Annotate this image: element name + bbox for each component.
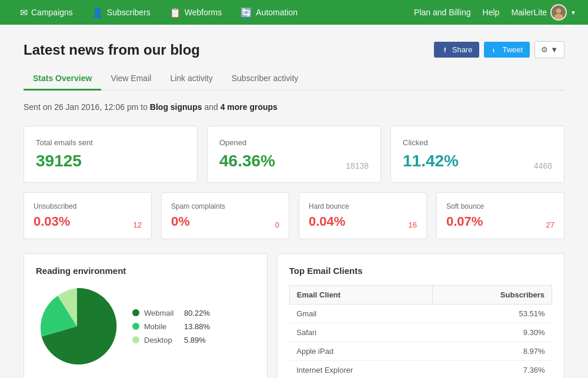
client-subscribers: 7.36% bbox=[433, 361, 552, 379]
client-name: Internet Explorer bbox=[289, 361, 432, 379]
nav-webforms[interactable]: 📋 Webforms bbox=[161, 0, 230, 25]
avatar-img bbox=[552, 4, 566, 21]
nav-left: ✉ Campaigns 👤 Subscribers 📋 Webforms 🔄 A… bbox=[12, 0, 414, 25]
help-link[interactable]: Help bbox=[483, 8, 500, 17]
stat-total-sent: Total emails sent 39125 bbox=[24, 126, 198, 183]
tabs: Stats Overview View Email Link activity … bbox=[24, 68, 564, 91]
tab-stats-overview[interactable]: Stats Overview bbox=[24, 68, 101, 91]
stat-soft-bounce: Soft bounce 0.07% 27 bbox=[436, 192, 564, 239]
table-row: Safari 9.30% bbox=[289, 323, 552, 342]
page-title: Latest news from our blog bbox=[24, 42, 200, 58]
tab-link-activity[interactable]: Link activity bbox=[161, 68, 222, 91]
stat-count-clicked: 4468 bbox=[534, 161, 552, 170]
stat-value-unsub: 0.03% bbox=[34, 214, 70, 229]
clients-table: Email Client Subscribers Gmail 53.51% Sa… bbox=[289, 285, 552, 378]
pie-chart bbox=[36, 285, 118, 367]
stat-clicked: Clicked 11.42% 4468 bbox=[390, 126, 564, 183]
pie-section: Webmail 80.22% Mobile 13.88% Desktop 5.8… bbox=[36, 285, 255, 367]
stat-spam: Spam complaints 0% 0 bbox=[161, 192, 289, 239]
stat-count-opened: 18138 bbox=[346, 161, 369, 170]
stat-value-total: 39125 bbox=[36, 152, 82, 170]
automation-icon: 🔄 bbox=[240, 7, 252, 18]
top-clients-title: Top Email Clients bbox=[289, 266, 552, 276]
tab-view-email[interactable]: View Email bbox=[101, 68, 161, 91]
tab-subscriber-activity[interactable]: Subscriber activity bbox=[222, 68, 308, 91]
svg-text:t: t bbox=[493, 48, 495, 53]
svg-point-1 bbox=[556, 8, 562, 14]
nav-automation[interactable]: 🔄 Automation bbox=[232, 0, 306, 25]
client-subscribers: 53.51% bbox=[433, 305, 552, 323]
gear-icon: ⚙ bbox=[541, 45, 548, 54]
stat-value-hard-bounce: 0.04% bbox=[309, 214, 345, 229]
stat-value-soft-bounce: 0.07% bbox=[446, 214, 483, 229]
reading-env-title: Reading environment bbox=[36, 266, 255, 276]
stat-unsubscribed: Unsubscribed 0.03% 12 bbox=[24, 192, 152, 239]
stat-value-opened: 46.36% bbox=[219, 152, 275, 170]
stats-row-2: Unsubscribed 0.03% 12 Spam complaints 0%… bbox=[24, 192, 564, 239]
stat-value-spam: 0% bbox=[171, 214, 190, 229]
client-name: Safari bbox=[289, 323, 432, 342]
twitter-icon: t bbox=[491, 46, 499, 54]
legend-webmail: Webmail 80.22% bbox=[132, 309, 210, 317]
pie-svg bbox=[36, 285, 118, 367]
page-header: Latest news from our blog f Share t Twee… bbox=[24, 41, 564, 58]
nav-right: Plan and Billing Help MailerLite ▼ bbox=[414, 4, 576, 21]
legend-dot-mobile bbox=[132, 323, 139, 330]
client-subscribers: 9.30% bbox=[433, 323, 552, 342]
subscribers-icon: 👤 bbox=[92, 7, 103, 18]
bottom-row: Reading environment bbox=[24, 253, 564, 378]
user-section[interactable]: MailerLite ▼ bbox=[511, 4, 576, 21]
settings-button[interactable]: ⚙ ▼ bbox=[534, 41, 564, 58]
header-actions: f Share t Tweet ⚙ ▼ bbox=[434, 41, 564, 58]
sent-group: Blog signups bbox=[150, 102, 202, 112]
legend-mobile: Mobile 13.88% bbox=[132, 322, 210, 331]
stat-hard-bounce: Hard bounce 0.04% 16 bbox=[299, 192, 427, 239]
col-subscribers: Subscribers bbox=[433, 286, 552, 305]
table-row: Apple iPad 8.97% bbox=[289, 342, 552, 361]
table-row: Internet Explorer 7.36% bbox=[289, 361, 552, 379]
gear-chevron-icon: ▼ bbox=[550, 45, 558, 54]
tweet-button[interactable]: t Tweet bbox=[484, 42, 530, 58]
top-clients-card: Top Email Clients Email Client Subscribe… bbox=[277, 253, 564, 378]
sent-more-groups: 4 more groups bbox=[220, 102, 278, 112]
stat-opened: Opened 46.36% 18138 bbox=[207, 126, 381, 183]
legend-dot-webmail bbox=[132, 309, 139, 316]
legend-desktop: Desktop 5.89% bbox=[132, 336, 210, 344]
client-name: Gmail bbox=[289, 305, 432, 323]
webforms-icon: 📋 bbox=[169, 7, 181, 18]
table-row: Gmail 53.51% bbox=[289, 305, 552, 323]
client-subscribers: 8.97% bbox=[433, 342, 552, 361]
stat-count-soft-bounce: 27 bbox=[546, 220, 554, 229]
user-name: MailerLite bbox=[511, 8, 547, 17]
stat-count-spam: 0 bbox=[275, 220, 279, 229]
user-chevron-icon: ▼ bbox=[570, 9, 576, 16]
stat-count-unsub: 12 bbox=[133, 220, 142, 229]
plan-billing-link[interactable]: Plan and Billing bbox=[414, 8, 471, 17]
reading-environment-card: Reading environment bbox=[24, 253, 268, 378]
pie-legend: Webmail 80.22% Mobile 13.88% Desktop 5.8… bbox=[132, 309, 210, 344]
nav-campaigns[interactable]: ✉ Campaigns bbox=[12, 0, 81, 25]
stat-value-clicked: 11.42% bbox=[403, 152, 459, 170]
sent-info: Sent on 26 Jan 2016, 12:06 pm to Blog si… bbox=[24, 102, 564, 112]
avatar[interactable] bbox=[550, 4, 567, 21]
campaigns-icon: ✉ bbox=[20, 7, 28, 18]
stats-row-1: Total emails sent 39125 Opened 46.36% 18… bbox=[24, 126, 564, 183]
navbar: ✉ Campaigns 👤 Subscribers 📋 Webforms 🔄 A… bbox=[0, 0, 588, 25]
share-button[interactable]: f Share bbox=[434, 42, 480, 58]
legend-dot-desktop bbox=[132, 336, 139, 343]
stat-count-hard-bounce: 16 bbox=[409, 220, 417, 229]
client-name: Apple iPad bbox=[289, 342, 432, 361]
facebook-icon: f bbox=[441, 46, 449, 54]
main-content: Latest news from our blog f Share t Twee… bbox=[12, 25, 576, 378]
nav-subscribers[interactable]: 👤 Subscribers bbox=[83, 0, 159, 25]
col-email-client: Email Client bbox=[289, 286, 432, 305]
